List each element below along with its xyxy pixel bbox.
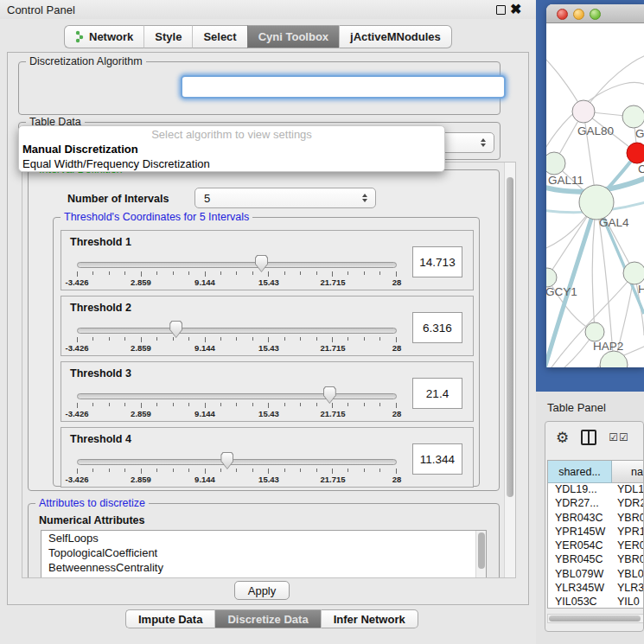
- control-panel-titlebar: Control Panel ✖: [0, 0, 536, 19]
- table-row[interactable]: YDL19...YDL1: [548, 483, 644, 497]
- tick-mark: [92, 337, 93, 341]
- algorithm-dropdown-popup: Select algorithm to view settings Manual…: [18, 125, 445, 172]
- threshold-2-slider-thumb[interactable]: [169, 321, 182, 338]
- close-panel-icon[interactable]: ✖: [510, 1, 521, 17]
- attribute-list-item[interactable]: BetweennessCentrality: [41, 560, 486, 575]
- tick-mark: [284, 337, 285, 341]
- tab-cyni-toolbox[interactable]: Cyni Toolbox: [247, 25, 339, 48]
- threshold-4-slider-track[interactable]: [77, 459, 397, 465]
- table-row[interactable]: YPR145WYPR1: [548, 526, 644, 539]
- table-toolbar: ⚙ ☑☑: [545, 422, 643, 453]
- tab-infer-network[interactable]: Infer Network: [321, 609, 418, 628]
- network-canvas[interactable]: GAL80GACGAL11GAL4GCY1HHAP2: [546, 24, 644, 367]
- tab-jactivemnodules[interactable]: jActiveMNodules: [339, 25, 452, 48]
- column-header-shared-name[interactable]: shared...: [548, 461, 612, 483]
- tick-mark: [268, 469, 269, 474]
- algorithm-combo[interactable]: [181, 75, 506, 99]
- tab-network[interactable]: Network: [64, 25, 143, 48]
- tick-mark: [300, 337, 301, 341]
- tick-mark: [77, 469, 78, 474]
- gear-icon[interactable]: ⚙: [556, 430, 569, 445]
- tick-label: 2.859: [131, 343, 151, 353]
- cell-shared-name: YIL053C: [548, 596, 612, 609]
- select-columns-icon[interactable]: ☑☑: [609, 431, 629, 443]
- threshold-3-value-field[interactable]: 21.4: [412, 378, 462, 409]
- tick-label: 21.715: [320, 343, 345, 353]
- node-gal80[interactable]: [572, 100, 595, 123]
- node-selected-red[interactable]: [627, 143, 644, 163]
- attributes-list-scrollbar-thumb[interactable]: [478, 532, 485, 569]
- tick-mark: [364, 337, 365, 341]
- threshold-2-slider-track[interactable]: [77, 328, 397, 334]
- minimize-window-icon[interactable]: [573, 9, 584, 20]
- tick-mark: [252, 271, 253, 275]
- cell-name: YBR0: [612, 553, 644, 567]
- threshold-2-value-field[interactable]: 6.316: [412, 312, 462, 343]
- dropdown-prompt: Select algorithm to view settings: [19, 126, 444, 142]
- tab-select[interactable]: Select: [192, 25, 246, 48]
- tick-mark: [124, 403, 125, 406]
- table-row[interactable]: YBL079WYBL0: [548, 568, 644, 582]
- node-hap2[interactable]: [585, 322, 604, 341]
- table-row[interactable]: YBR043CYBR0: [548, 512, 644, 526]
- zoom-window-icon[interactable]: [590, 9, 601, 20]
- number-of-intervals-combo[interactable]: 5: [194, 188, 376, 208]
- node-gal4[interactable]: [579, 185, 614, 220]
- tick-label: 28: [392, 409, 402, 418]
- node-gal11[interactable]: [546, 152, 565, 175]
- threshold-3-slider-track[interactable]: [77, 393, 397, 399]
- node-top-right[interactable]: [622, 105, 644, 128]
- tab-style[interactable]: Style: [143, 25, 192, 48]
- tick-mark: [205, 403, 206, 408]
- table-row[interactable]: YBR045CYBR0: [548, 553, 644, 567]
- tab-discretize-data[interactable]: Discretize Data: [214, 609, 320, 628]
- table-row[interactable]: YDR27...YDR2: [548, 497, 644, 511]
- tick-mark: [188, 403, 189, 406]
- node-gcy1[interactable]: [546, 268, 557, 287]
- node-attribute-table: shared... na YDL19...YDL1YDR27...YDR2YBR…: [547, 460, 644, 609]
- tick-mark: [252, 337, 253, 341]
- float-panel-icon[interactable]: [496, 5, 506, 15]
- table-row[interactable]: YLR345WYLR3: [548, 582, 644, 596]
- table-row[interactable]: YER054CYER0: [548, 539, 644, 553]
- slider-tick-labels: -3.4262.8599.14415.4321.71528: [77, 277, 397, 287]
- tick-label: 21.715: [320, 409, 345, 418]
- threshold-3-slider-thumb[interactable]: [323, 386, 336, 404]
- table-header-row: shared... na: [548, 461, 644, 483]
- slider-ticks: [77, 403, 397, 409]
- close-window-icon[interactable]: [557, 9, 568, 20]
- threshold-4-value-field[interactable]: 11.344: [412, 443, 462, 475]
- numerical-attributes-label: Numerical Attributes: [39, 514, 144, 526]
- node-bottom[interactable]: [600, 351, 628, 367]
- threshold-2-card: Threshold 2 -3.4262.8599.14415.4321.7152…: [61, 296, 474, 356]
- cell-name: YDL1: [612, 483, 644, 497]
- cell-name: YIL0: [612, 596, 644, 609]
- threshold-1-slider-track[interactable]: [77, 262, 397, 268]
- tick-label: 21.715: [320, 277, 345, 287]
- network-window-titlebar[interactable]: [546, 4, 644, 23]
- thresholds-title: Threshold's Coordinates for 5 Intervals: [61, 211, 252, 223]
- node-label: GCY1: [546, 285, 577, 298]
- tick-mark: [379, 403, 380, 406]
- node-label: GAL4: [599, 216, 629, 229]
- attribute-list-item[interactable]: TopologicalCoefficient: [41, 545, 486, 560]
- node-label: H: [638, 283, 644, 296]
- tab-impute-data[interactable]: Impute Data: [125, 609, 214, 628]
- threshold-1-value-field[interactable]: 14.713: [412, 246, 462, 277]
- cell-shared-name: YBR043C: [548, 512, 612, 526]
- tick-mark: [332, 337, 333, 342]
- table-hscrollbar-thumb[interactable]: [549, 615, 641, 622]
- table-hscrollbar: [547, 614, 644, 623]
- threshold-1-slider-thumb[interactable]: [255, 255, 268, 272]
- apply-button[interactable]: Apply: [234, 581, 290, 600]
- dropdown-item-manual-discretization[interactable]: Manual Discretization: [19, 142, 444, 156]
- dropdown-item-equal-width-frequency[interactable]: Equal Width/Frequency Discretization: [19, 156, 444, 171]
- table-row[interactable]: YIL053CYIL0: [548, 596, 644, 609]
- tick-label: 2.859: [131, 475, 151, 484]
- node-right-mid[interactable]: [623, 262, 644, 284]
- split-columns-icon[interactable]: [581, 430, 596, 445]
- threshold-4-slider-thumb[interactable]: [220, 452, 233, 469]
- attribute-list-item[interactable]: SelfLoops: [41, 531, 486, 545]
- settings-scrollbar-thumb[interactable]: [507, 177, 513, 497]
- column-header-name[interactable]: na: [612, 461, 644, 483]
